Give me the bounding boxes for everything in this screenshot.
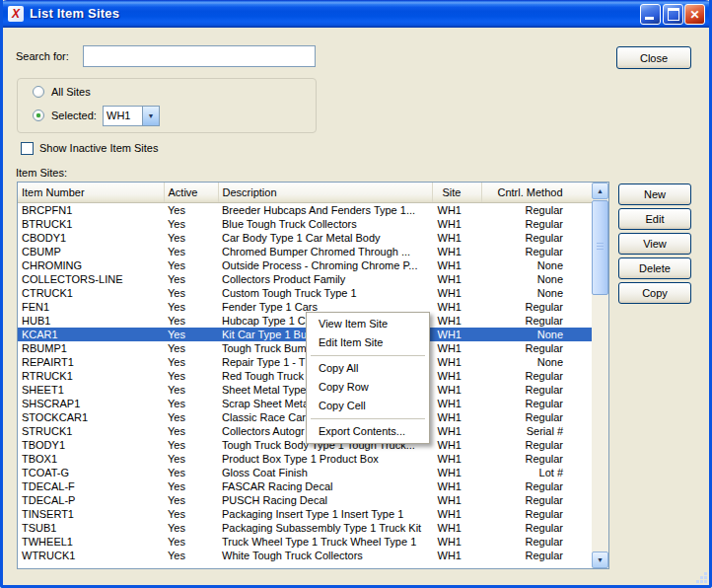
table-row[interactable]: CBUMPYesChromed Bumper Chromed Through .… [18,245,592,258]
site-combobox[interactable]: WH1 ▼ [103,106,160,126]
table-cell[interactable]: TCOAT-G [18,466,164,479]
table-row[interactable]: BTRUCK1YesBlue Tough Truck CollectorsWH1… [18,217,592,231]
table-cell[interactable]: Yes [164,507,218,521]
table-cell[interactable]: Yes [164,410,218,424]
table-row[interactable]: REPAIRT1YesRepair Type 1 - TWH1None [18,355,592,369]
vertical-scrollbar[interactable]: ▲ ▼ [592,183,608,568]
table-cell[interactable]: Regular [481,217,592,231]
table-cell[interactable]: BRCPFN1 [18,202,164,217]
table-cell[interactable]: Yes [164,202,218,217]
table-cell[interactable]: Regular [481,245,592,258]
table-cell[interactable]: Truck Wheel Type 1 Truck Wheel Type 1 [218,535,432,549]
resize-grip[interactable] [695,571,708,584]
table-row[interactable]: SHEET1YesSheet Metal TypeWH1Regular [18,383,592,397]
menu-item-copy-cell[interactable]: Copy Cell [309,397,427,415]
table-cell[interactable]: WH1 [432,383,481,397]
table-cell[interactable]: Regular [481,549,592,562]
table-cell[interactable]: WH1 [432,258,481,272]
table-cell[interactable]: None [481,355,592,369]
table-cell[interactable]: TDECAL-F [18,479,164,493]
new-button[interactable]: New [618,184,691,205]
table-cell[interactable]: Packaging Subassembly Type 1 Truck Kit [218,521,432,535]
table-cell[interactable]: WH1 [432,286,481,300]
table-cell[interactable]: REPAIRT1 [18,355,164,369]
table-cell[interactable]: Yes [164,355,218,369]
table-cell[interactable]: Lot # [481,466,592,479]
table-cell[interactable]: Regular [481,369,592,383]
table-cell[interactable]: WH1 [432,535,481,549]
table-cell[interactable]: WH1 [432,521,481,535]
table-cell[interactable]: Yes [164,258,218,272]
table-row[interactable]: TINSERT1YesPackaging Insert Type 1 Inser… [18,507,592,521]
table-cell[interactable]: RTRUCK1 [18,369,164,383]
view-button[interactable]: View [618,233,691,255]
table-row[interactable]: TBODY1YesTough Truck Body Type 1 Tough T… [18,438,592,452]
table-cell[interactable]: Custom Tough Truck Type 1 [218,286,432,300]
table-cell[interactable]: Yes [164,479,218,493]
table-cell[interactable]: Yes [164,231,218,245]
table-cell[interactable]: WH1 [432,231,481,245]
table-cell[interactable]: Yes [164,341,218,355]
menu-item-copy-row[interactable]: Copy Row [309,378,427,397]
table-cell[interactable]: WTRUCK1 [18,549,164,562]
titlebar[interactable]: X List Item Sites ✕ [0,0,712,28]
maximize-button[interactable] [663,4,683,25]
table-cell[interactable]: PUSCH Racing Decal [218,493,432,507]
table-cell[interactable]: Yes [164,314,218,328]
table-cell[interactable]: BTRUCK1 [18,217,164,231]
column-header-active[interactable]: Active [164,183,218,202]
table-cell[interactable]: RBUMP1 [18,341,164,355]
close-button[interactable]: Close [616,46,691,69]
column-header-item-number[interactable]: Item Number [18,183,164,202]
table-cell[interactable]: Regular [481,493,592,507]
table-cell[interactable]: Regular [481,452,592,466]
table-cell[interactable]: Serial # [481,424,592,438]
table-cell[interactable]: Yes [164,245,218,258]
table-cell[interactable]: WH1 [432,452,481,466]
table-cell[interactable]: TWHEEL1 [18,535,164,549]
table-row[interactable]: CTRUCK1YesCustom Tough Truck Type 1WH1No… [18,286,592,300]
minimize-button[interactable] [640,4,661,25]
table-row[interactable]: TCOAT-GYesGloss Coat FinishWH1Lot # [18,466,592,479]
table-row[interactable]: SHSCRAP1YesScrap Sheet MetaWH1Regular [18,397,592,410]
table-cell[interactable]: Yes [164,521,218,535]
table-cell[interactable]: Yes [164,328,218,341]
table-row[interactable]: TBOX1YesProduct Box Type 1 Product BoxWH… [18,452,592,466]
table-cell[interactable]: Regular [481,314,592,328]
table-cell[interactable]: WH1 [432,202,481,217]
table-cell[interactable]: Outside Process - Chroming Chrome P... [218,258,432,272]
table-cell[interactable]: Regular [481,202,592,217]
table-row[interactable]: BRCPFN1YesBreeder Hubcaps And Fenders Ty… [18,202,592,217]
show-inactive-label[interactable]: Show Inactive Item Sites [39,142,158,154]
table-cell[interactable]: KCAR1 [18,328,164,341]
table-cell[interactable]: TBOX1 [18,452,164,466]
table-row[interactable]: RTRUCK1YesRed Tough TruckWH1Regular [18,369,592,383]
menu-item-export-contents-[interactable]: Export Contents... [309,422,427,441]
table-cell[interactable]: None [481,258,592,272]
table-row[interactable]: FEN1YesFender Type 1 CarsWH1Regular [18,300,592,314]
copy-button[interactable]: Copy [618,282,691,304]
table-cell[interactable]: WH1 [432,397,481,410]
table-row[interactable]: TSUB1YesPackaging Subassembly Type 1 Tru… [18,521,592,535]
show-inactive-checkbox[interactable] [21,142,34,155]
table-row[interactable]: WTRUCK1YesWhite Tough Truck CollectorsWH… [18,549,592,562]
table-cell[interactable]: WH1 [432,410,481,424]
table-cell[interactable]: TSUB1 [18,521,164,535]
table-cell[interactable]: WH1 [432,549,481,562]
table-row[interactable]: CHROMINGYesOutside Process - Chroming Ch… [18,258,592,272]
table-cell[interactable]: WH1 [432,355,481,369]
table-row[interactable]: TDECAL-PYesPUSCH Racing DecalWH1Regular [18,493,592,507]
table-cell[interactable]: TBODY1 [18,438,164,452]
table-row[interactable]: TDECAL-FYesFASCAR Racing DecalWH1Regular [18,479,592,493]
table-cell[interactable]: Car Body Type 1 Car Metal Body [218,231,432,245]
table-cell[interactable]: CTRUCK1 [18,286,164,300]
table-cell[interactable]: FASCAR Racing Decal [218,479,432,493]
table-cell[interactable]: Yes [164,217,218,231]
scroll-down-icon[interactable]: ▼ [592,551,608,568]
table-cell[interactable]: Yes [164,549,218,562]
table-cell[interactable]: CBUMP [18,245,164,258]
table-cell[interactable]: White Tough Truck Collectors [218,549,432,562]
table-cell[interactable]: WH1 [432,328,481,341]
table-cell[interactable]: STRUCK1 [18,424,164,438]
table-cell[interactable]: TINSERT1 [18,507,164,521]
